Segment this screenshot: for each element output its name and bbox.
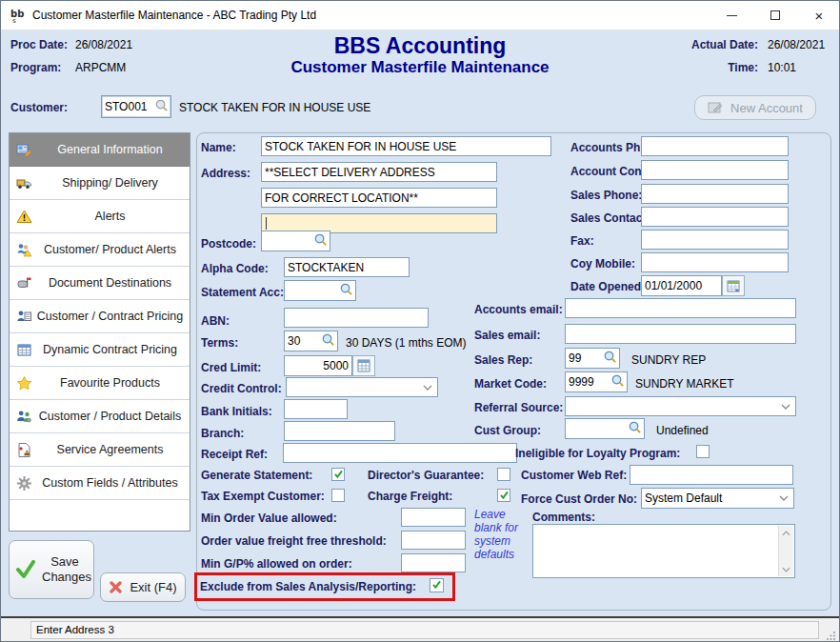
close-icon: × — [815, 9, 824, 23]
sidebar-item-label: Favourite Products — [60, 376, 160, 390]
close-button[interactable]: × — [797, 1, 840, 30]
referral-source-dropdown[interactable] — [565, 396, 796, 416]
fax-input[interactable] — [641, 230, 789, 250]
sidebar-item-service-agreements[interactable]: Service Agreements — [10, 433, 190, 467]
account-cont-input[interactable] — [641, 160, 789, 180]
customer-web-ref-input[interactable] — [630, 465, 793, 485]
calculator-icon — [357, 359, 370, 372]
new-account-button[interactable]: New Account — [694, 95, 816, 120]
sidebar-item-general-info[interactable]: General Information — [10, 133, 190, 167]
sidebar-item-label: Customer / Product Details — [39, 410, 181, 423]
branch-input[interactable] — [284, 421, 395, 441]
freight-free-threshold-input[interactable] — [401, 531, 466, 550]
scroll-up-icon[interactable] — [779, 526, 793, 540]
name-input[interactable] — [261, 136, 551, 156]
receipt-ref-input[interactable] — [283, 443, 517, 463]
sales-email-input[interactable] — [565, 324, 796, 344]
sidebar-item-cust-prod-alerts[interactable]: Customer/ Product Alerts — [10, 233, 190, 267]
terms-field[interactable]: 30 — [284, 331, 338, 351]
chevron-down-icon — [779, 495, 789, 501]
minimize-button[interactable] — [710, 1, 753, 30]
cred-limit-calculator-button[interactable] — [352, 355, 375, 376]
svg-text:s: s — [12, 17, 16, 24]
address-line1-input[interactable] — [261, 162, 497, 182]
bank-initials-input[interactable] — [284, 399, 348, 419]
coy-mobile-input[interactable] — [641, 252, 789, 272]
dynamic-pricing-icon — [16, 342, 32, 358]
comments-scrollbar[interactable] — [778, 526, 793, 576]
sidebar-item-favourites[interactable]: Favourite Products — [10, 367, 190, 400]
accounts-email-input[interactable] — [565, 298, 796, 318]
sales-phone-input[interactable] — [641, 184, 789, 204]
customer-lookup-icon[interactable] — [154, 98, 169, 116]
generate-statement-checkbox[interactable] — [331, 468, 345, 481]
credit-control-dropdown[interactable] — [286, 377, 438, 397]
statement-acc-lookup-icon[interactable] — [339, 282, 353, 300]
maximize-button[interactable] — [753, 1, 797, 30]
min-gp-label: Min G/P% allowed on order: — [201, 557, 352, 571]
sales-contact-label: Sales Contact: — [570, 211, 650, 225]
sidebar-item-dynamic-pricing[interactable]: Dynamic Contract Pricing — [10, 333, 190, 367]
charge-freight-checkbox[interactable] — [497, 489, 510, 502]
market-code-lookup-icon[interactable] — [610, 373, 625, 391]
bbs-app-icon: bbs — [10, 7, 27, 24]
postcode-field[interactable] — [261, 231, 330, 251]
min-order-value-input[interactable] — [401, 508, 466, 527]
customer-web-ref-label: Customer Web Ref: — [521, 469, 627, 482]
ineligible-loyalty-checkbox[interactable] — [696, 445, 710, 458]
market-code-field[interactable]: 9999 — [565, 371, 628, 392]
min-gp-input[interactable] — [401, 553, 466, 572]
title-bar: bbs Customer Masterfile Maintenance - AB… — [1, 1, 839, 30]
actual-date-label: Actual Date: — [668, 38, 758, 51]
abn-input[interactable] — [284, 308, 429, 328]
app-window: bbs Customer Masterfile Maintenance - AB… — [0, 0, 840, 642]
sidebar-item-label: Custom Fields / Attributes — [42, 476, 177, 490]
cust-group-lookup-icon[interactable] — [628, 420, 642, 438]
date-opened-calendar-button[interactable] — [722, 275, 745, 296]
scroll-down-icon[interactable] — [779, 562, 793, 576]
bank-initials-label: Bank Initials: — [201, 405, 272, 418]
cust-group-description: Undefined — [656, 424, 709, 437]
force-cust-order-dropdown[interactable]: System Default — [641, 488, 794, 509]
service-agreements-icon — [16, 442, 32, 458]
sidebar-item-doc-dest[interactable]: Document Destinations — [10, 267, 190, 300]
sidebar-item-custom-fields[interactable]: Custom Fields / Attributes — [10, 467, 190, 500]
exit-button[interactable]: Exit (F4) — [100, 572, 186, 602]
customer-code-field[interactable]: STO001 — [101, 95, 171, 118]
exit-label: Exit (F4) — [130, 580, 176, 594]
comments-textarea[interactable] — [532, 524, 795, 578]
alerts-icon — [16, 209, 32, 225]
accounts-ph-input[interactable] — [641, 136, 789, 156]
terms-lookup-icon[interactable] — [321, 332, 335, 351]
sidebar-item-shipping[interactable]: Shipping/ Delivery — [10, 167, 190, 200]
exclude-sales-analysis-checkbox[interactable] — [430, 578, 444, 592]
alpha-code-input[interactable] — [284, 257, 410, 277]
general-info-icon — [16, 142, 32, 158]
cust-prod-alerts-icon — [16, 242, 32, 258]
sales-rep-field[interactable]: 99 — [565, 348, 620, 369]
address-line2-input[interactable] — [261, 188, 497, 208]
sidebar-item-alerts[interactable]: Alerts — [10, 200, 190, 233]
date-opened-input[interactable] — [641, 275, 722, 296]
save-changes-button[interactable]: Save Changes — [9, 540, 94, 599]
maximize-icon — [770, 10, 780, 20]
cred-limit-input[interactable] — [284, 355, 352, 376]
new-account-label: New Account — [730, 101, 803, 115]
cust-group-field[interactable] — [565, 418, 645, 439]
name-label: Name: — [201, 141, 236, 154]
statement-acc-field[interactable] — [284, 280, 356, 301]
sales-contact-input[interactable] — [641, 207, 789, 227]
calendar-icon — [727, 279, 740, 292]
new-account-icon — [708, 101, 723, 115]
resize-grip-icon[interactable] — [827, 631, 836, 640]
account-cont-label: Account Cont: — [570, 165, 650, 178]
tax-exempt-label: Tax Exempt Customer: — [201, 490, 325, 503]
sales-rep-lookup-icon[interactable] — [603, 350, 617, 368]
exit-x-icon — [109, 580, 123, 594]
directors-guarantee-checkbox[interactable] — [497, 468, 510, 481]
sidebar-item-cust-contract-pricing[interactable]: Customer / Contract Pricing — [10, 300, 190, 333]
sidebar-item-cust-prod-details[interactable]: Customer / Product Details — [10, 400, 190, 433]
ineligible-loyalty-label: Ineligible for Loyalty Program: — [515, 447, 680, 460]
postcode-lookup-icon[interactable] — [313, 232, 328, 251]
tax-exempt-checkbox[interactable] — [331, 489, 345, 502]
